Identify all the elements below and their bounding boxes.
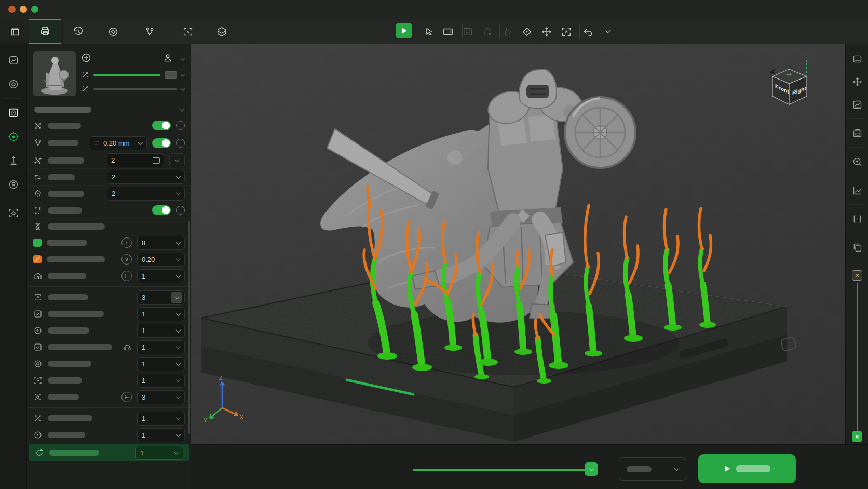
rail-separator [849,204,864,205]
model-image-icon[interactable] [0,48,27,72]
add-circle-icon[interactable] [81,52,91,65]
setting-dropdown-hover[interactable]: 3 [137,290,185,305]
setting-label-redacted [48,273,86,279]
undo-icon[interactable] [578,22,598,42]
slider-value-box[interactable] [165,71,177,79]
close-button[interactable] [8,6,16,13]
dropdown-value: 1 [142,431,173,439]
zoom-button[interactable] [31,6,38,13]
chevron-down-icon[interactable] [598,22,618,42]
resin-icon[interactable] [0,173,27,196]
dropdown-value: 0.20 mm [103,139,135,147]
setting-row: 1 [27,339,191,355]
play-button[interactable] [396,23,412,38]
chevron-down-icon[interactable] [181,86,186,91]
viewport-3d[interactable]: Front Right Top Z Y X [191,44,845,444]
view-cube[interactable]: Front Right Top [765,59,813,111]
chevron-down-icon [176,273,181,278]
radio-button[interactable] [176,139,185,148]
setting-dropdown[interactable]: 1 [137,412,185,426]
setting-dropdown[interactable]: 1 [137,340,185,354]
move-arrows-icon[interactable] [846,70,868,93]
zoom-in-icon[interactable] [846,150,868,173]
orientation-target-icon[interactable] [103,22,123,42]
setting-dropdown[interactable]: 3 [137,390,185,404]
history-icon[interactable] [69,22,88,42]
setting-dropdown[interactable]: 1 [135,446,183,460]
tab-print-active[interactable] [29,19,61,44]
button-label-redacted [736,465,770,472]
play-icon [402,28,407,34]
layer-slider-bottom-handle[interactable]: ✕ [852,431,862,442]
drawer-icon[interactable] [5,22,25,42]
secondary-slider[interactable] [93,88,177,90]
setting-dropdown[interactable]: 1 [137,428,185,442]
setting-row [27,117,191,134]
numeric-input[interactable]: 2 [107,153,164,167]
setting-dropdown[interactable]: 1 [137,307,185,321]
orange-swatch[interactable] [33,255,42,263]
card-lines-icon[interactable] [846,47,868,70]
section-header[interactable] [27,101,191,117]
scale-slider[interactable] [93,74,160,76]
layer-height-dropdown[interactable]: 0.20 mm [89,136,147,150]
move-arrows-icon[interactable] [537,22,557,42]
capture-frame-icon[interactable] [557,22,576,42]
setting-dropdown[interactable]: 1 [137,374,185,388]
timeline-slider-track[interactable] [413,469,592,471]
layer-slider-track[interactable] [857,283,858,439]
slice-cube-icon[interactable] [212,22,232,42]
radio-button[interactable] [176,121,185,130]
chart-box-icon[interactable] [846,93,868,116]
measure-icon[interactable] [0,149,27,173]
setting-dropdown[interactable]: 1 [137,269,185,283]
setting-label-redacted [48,394,79,400]
chevron-down-icon[interactable] [180,107,185,112]
setting-dropdown[interactable]: 8 [137,236,185,250]
minimize-button[interactable] [20,6,27,13]
supports-branch-icon[interactable] [140,22,159,42]
scale-slider-row [81,71,185,79]
green-swatch[interactable] [33,239,42,247]
screen-info-icon[interactable] [438,22,458,42]
setting-dropdown[interactable]: 0.20 [137,253,185,267]
toggle-on[interactable] [152,205,171,215]
setting-dropdown[interactable]: 2 [107,187,185,201]
mode-dropdown[interactable] [619,457,686,481]
secondary-slider-row [81,85,185,93]
axis-gizmo: Z Y X [201,375,245,425]
orient-target-icon[interactable] [0,72,27,96]
hollow-box-icon[interactable] [0,101,27,125]
setting-row-selected[interactable]: 1 [29,444,189,461]
setting-dropdown[interactable]: 2 [107,170,185,184]
supports-target-icon[interactable] [0,125,27,149]
toggle-on[interactable] [152,121,171,130]
layer-slider-top-handle[interactable]: ✕ [852,270,862,281]
dropdown-value: 1 [142,327,173,335]
slice-frame-icon[interactable] [0,201,27,225]
toggle-on[interactable] [152,138,171,148]
chevron-down-icon [176,311,181,316]
setting-dropdown[interactable]: 1 [137,324,185,338]
printer-box-icon[interactable] [846,122,868,144]
timeline-slider-handle[interactable] [585,462,598,476]
rail-separator [4,98,22,99]
panel-scrollbar[interactable] [188,221,190,434]
radio-button[interactable] [176,206,185,215]
account-icon[interactable] [162,52,173,65]
chevron-down-icon[interactable] [181,72,186,77]
expand-button[interactable] [169,153,185,167]
line-chart-icon[interactable] [846,179,868,202]
chevron-down-icon[interactable] [181,56,186,61]
start-print-button[interactable] [698,454,796,483]
layers-icon [93,140,100,147]
cursor-click-icon[interactable] [418,22,438,42]
chevron-down-icon [176,432,181,437]
diamond-rotate-icon[interactable] [517,22,537,42]
subsection-header[interactable] [27,219,191,234]
hollow-frame-icon[interactable] [178,22,198,42]
model-thumbnail[interactable] [33,51,76,96]
setting-dropdown[interactable]: 1 [137,357,185,371]
copy-pages-icon[interactable] [846,236,868,259]
bracket-box-icon[interactable] [846,207,868,230]
